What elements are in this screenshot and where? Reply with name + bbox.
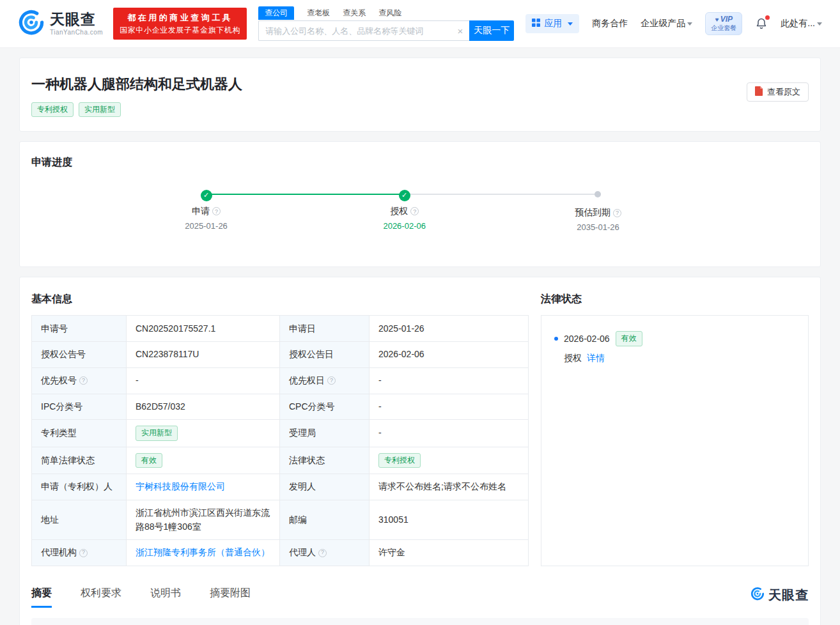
legal-detail-link[interactable]: 详情 [587,353,605,364]
field-value: 2025-01-26 [378,322,424,336]
field-value: 许守金 [378,546,405,560]
step-date: 2026-02-06 [341,221,469,231]
tianyancha-logo-icon [18,9,45,38]
tianyancha-watermark: 天眼查 [751,587,809,608]
field-label: 地址 [41,513,59,527]
notification-dot [765,15,770,20]
pdf-icon [755,86,763,98]
search-box: × 天眼一下 [258,20,514,41]
tag-utility-model: 实用新型 [79,102,121,117]
search-tab-risk[interactable]: 查风险 [378,6,401,20]
patent-tags: 专利授权 实用新型 [31,102,809,117]
info-icon[interactable]: ? [410,207,419,215]
caret-down-icon [817,22,822,26]
info-icon[interactable]: ? [79,549,88,557]
info-icon[interactable]: ? [318,549,327,557]
tianyancha-logo[interactable]: 天眼查 TianYanCha.com [18,9,103,38]
timeline-bullet [554,337,558,341]
search-tabs: 查公司 查老板 查关系 查风险 [258,6,514,19]
field-value: 浙江省杭州市滨江区西兴街道东流路88号1幢306室 [136,506,270,534]
info-icon[interactable]: ? [327,376,336,385]
search-input[interactable] [259,26,444,36]
field-label: 简单法律状态 [41,454,95,468]
check-icon: ✓ [399,190,410,201]
view-original-label: 查看原文 [767,86,800,98]
field-label: 申请（专利权）人 [41,480,113,494]
view-original-button[interactable]: 查看原文 [747,82,809,102]
nav-business-cooperation[interactable]: 商务合作 [592,18,628,29]
agency-link[interactable]: 浙江翔隆专利事务所（普通合伙） [136,546,270,560]
field-label: 授权公告日 [289,348,334,362]
patent-detail-card: 基本信息 申请号 CN202520175527.1 申请日 2025-01-26… [19,277,821,625]
field-label: 申请号 [41,322,68,336]
progress-timeline: ✓ 申请 ? 2025-01-26 ✓ 授权 ? 2026-02-06 预估到期 [31,189,809,247]
clear-icon[interactable]: × [457,26,463,36]
field-label: 优先权号 [41,374,77,388]
section-title-basic-info: 基本信息 [31,293,529,306]
notification-bell-icon[interactable] [755,17,768,30]
tag-valid: 有效 [136,453,162,468]
pending-dot-icon [595,191,601,197]
tab-claims[interactable]: 权利要求 [81,587,121,608]
user-menu[interactable]: 此处有... [781,18,822,29]
field-value: B62D57/032 [136,400,185,414]
field-label: 优先权日 [289,374,325,388]
tab-abstract-figure[interactable]: 摘要附图 [210,587,251,608]
caret-down-icon [687,22,692,26]
field-label: 代理机构 [41,546,77,560]
apps-label: 应用 [544,18,562,29]
step-label: 申请 [192,206,210,217]
field-value: 2026-02-06 [378,348,424,362]
search-tab-relation[interactable]: 查关系 [343,6,366,20]
field-label: 受理局 [289,426,316,440]
info-icon[interactable]: ? [212,207,221,215]
progress-step-estimated-expiry: 预估到期 ? 2035-01-26 [534,189,662,232]
field-label: 法律状态 [289,454,325,468]
applicant-company-link[interactable]: 宇树科技股份有限公司 [136,480,225,494]
search-button[interactable]: 天眼一下 [469,20,514,41]
brand-name: 天眼查 [50,12,103,27]
vip-icon: ♥ [715,16,719,23]
tag-utility-model: 实用新型 [136,426,178,440]
vip-label: VIP [720,15,733,24]
field-value: CN202520175527.1 [136,322,215,336]
abstract-text: 本实用新型涉及足式机器人技术领域，公开了一种机器人腿部结构和足式机器人。本实用新… [31,618,809,625]
field-label: 授权公告号 [41,348,86,362]
watermark-text: 天眼查 [768,587,809,604]
vip-badge[interactable]: ♥VIP 企业套餐 [705,12,742,35]
tag-patent-granted: 专利授权 [378,453,421,468]
nav-enterprise-products[interactable]: 企业级产品 [641,18,692,29]
field-label: 发明人 [289,480,316,494]
tab-abstract[interactable]: 摘要 [31,587,52,608]
field-value: - [378,426,382,440]
section-title-progress: 申请进度 [31,156,809,169]
tag-valid: 有效 [616,331,642,346]
tianyancha-logo-icon [751,587,765,603]
field-label: 专利类型 [41,426,77,440]
field-label: 邮编 [289,513,307,527]
detail-tabs: 摘要 权利要求 说明书 摘要附图 天眼查 [31,587,809,608]
tag-patent-granted: 专利授权 [31,102,74,117]
grid-icon [532,19,540,29]
page-content: 一种机器人腿部结构和足式机器人 专利授权 实用新型 查看原文 申请进度 ✓ 申请 [0,48,840,625]
info-icon[interactable]: ? [613,209,621,217]
legal-status-section: 法律状态 2026-02-06 有效 授权 详情 [541,293,809,566]
tab-description[interactable]: 说明书 [150,587,181,608]
step-date: 2025-01-26 [143,221,270,231]
promo-line2: 国家中小企业发展子基金旗下机构 [120,24,240,36]
field-label: CPC分类号 [289,400,335,414]
field-label: IPC分类号 [41,400,82,414]
section-title-legal-status: 法律状态 [541,293,809,306]
field-value: 310051 [378,513,408,527]
promo-badge: 都在用的商业查询工具 国家中小企业发展子基金旗下机构 [113,8,247,40]
search-tab-boss[interactable]: 查老板 [307,6,330,20]
search-area: 查公司 查老板 查关系 查风险 × 天眼一下 [258,6,514,41]
field-value: - [378,374,382,388]
apps-button[interactable]: 应用 [525,14,579,33]
caret-down-icon [568,22,573,26]
info-icon[interactable]: ? [79,376,88,385]
application-progress-card: 申请进度 ✓ 申请 ? 2025-01-26 ✓ 授权 ? 2026-02-06 [19,141,821,267]
vip-subtitle: 企业套餐 [711,24,736,33]
step-date: 2035-01-26 [534,222,662,232]
search-tab-company[interactable]: 查公司 [258,6,294,20]
